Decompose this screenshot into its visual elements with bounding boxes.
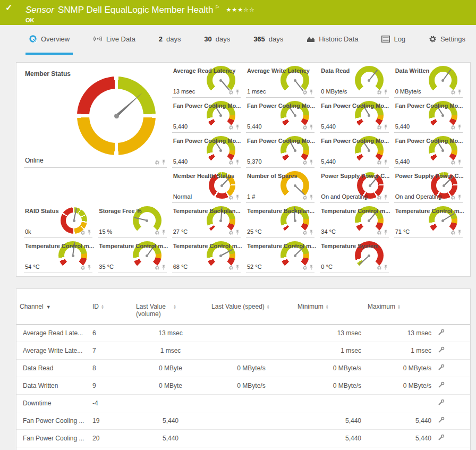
gauge-settings-icon[interactable] [302,90,308,95]
sort-icon[interactable]: ▲▼ [397,304,401,310]
gauge-pin-icon[interactable] [87,265,91,270]
gauge-pin-icon[interactable] [235,124,240,130]
gauge-pin-icon[interactable] [309,159,313,165]
tab-log[interactable]: Log [378,25,409,55]
gauge-settings-icon[interactable] [377,230,382,235]
sort-icon[interactable]: ▲▼ [267,304,270,310]
gauge-settings-icon[interactable] [377,265,382,270]
tab-2-days[interactable]: 2days [156,25,184,55]
gauge-settings-icon[interactable] [80,265,86,270]
gauge-settings-icon[interactable] [228,90,234,95]
gauge-settings-icon[interactable] [155,265,160,270]
gauge-settings-icon[interactable] [228,195,234,200]
gauge-cell-temperature-backplane-1[interactable]: Temperature Backplan...27 °C [172,203,241,238]
gauge-cell-temperature-backplane-2[interactable]: Temperature Backplan...25 °C [246,203,314,238]
gauge-settings-icon[interactable] [450,90,456,95]
gauge-pin-icon[interactable] [457,124,462,130]
gauge-cell-data-written[interactable]: Data Written0 MByte/s [394,63,463,98]
gauge-cell-power-supply-1[interactable]: Power Supply Power C...On and Operating [320,168,388,203]
gauge-cell-average-write-latency[interactable]: Average Write Latency1 msec [246,63,314,98]
gauge-pin-icon[interactable] [235,265,240,270]
gauge-cell-temperature-control-34[interactable]: Temperature Control m...34 °C [320,203,388,238]
gauge-cell-number-of-spares[interactable]: Number of Spares1 # [246,168,314,203]
gauge-settings-icon[interactable] [302,230,308,235]
gauge-settings-icon[interactable] [377,125,382,130]
priority-stars[interactable]: ★★★☆☆ [226,6,254,13]
gauge-settings-icon[interactable] [80,230,86,235]
gauge-pin-icon[interactable] [384,265,388,270]
gauge-pin-icon[interactable] [235,194,240,200]
sort-icon[interactable]: ▲▼ [326,304,329,310]
gauge-settings-icon[interactable] [228,160,234,165]
gauge-cell-temperature-control-68[interactable]: Temperature Control m...68 °C [172,238,241,273]
gauge-pin-icon[interactable] [309,230,313,235]
gauge-pin-icon[interactable] [457,159,462,165]
gauge-cell-temperature-control-35[interactable]: Temperature Control m...35 °C [98,238,166,273]
column-header-id[interactable]: ID▲▼ [89,301,133,325]
gauge-settings-icon[interactable] [450,125,456,130]
gauge-pin-icon[interactable] [384,194,388,200]
gauge-pin-icon[interactable] [309,194,313,200]
tab-settings[interactable]: Settings [426,25,469,55]
edit-channel-icon[interactable] [438,417,445,423]
gauge-cell-power-supply-2[interactable]: Power Supply Power C...On and Operating [394,168,463,203]
gauge-pin-icon[interactable] [457,89,462,95]
gauge-pin-icon[interactable] [162,265,166,270]
tab-live-data[interactable]: Live Data [90,25,139,55]
gauge-pin-icon[interactable] [457,194,462,200]
gauge-pin-icon[interactable] [235,230,240,235]
edit-channel-icon[interactable] [438,346,445,353]
gauge-settings-icon[interactable] [228,230,234,235]
tab-30-days[interactable]: 30days [201,25,233,55]
gauge-cell-fan-23[interactable]: Fan Power Cooling Mo...5,440 [172,133,241,168]
gauge-settings-icon[interactable] [450,160,456,165]
gauge-settings-icon[interactable] [155,230,160,235]
tab-overview[interactable]: Overview [26,25,73,55]
sort-desc-icon[interactable]: ▼ [46,304,51,310]
column-header-minimum[interactable]: Minimum▲▼ [294,301,364,325]
edit-channel-icon[interactable] [438,381,445,388]
edit-channel-icon[interactable] [438,364,445,371]
gauge-settings-icon[interactable] [377,160,382,165]
gauge-settings-icon[interactable] [228,125,234,130]
gauge-cell-member-status[interactable]: Member StatusOnline [24,63,167,168]
gauge-settings-icon[interactable] [450,195,456,200]
gauge-pin-icon[interactable] [384,124,388,130]
column-header-maximum[interactable]: Maximum▲▼ [364,301,435,325]
edit-channel-icon[interactable] [438,434,445,441]
edit-channel-icon[interactable] [438,399,445,406]
gauge-cell-temperature-system[interactable]: Temperature System0 °C [320,238,388,273]
sort-icon[interactable]: ▲▼ [173,304,176,310]
gauge-cell-temperature-control-54[interactable]: Temperature Control m...54 °C [24,238,92,273]
gauge-cell-fan-22[interactable]: Fan Power Cooling Mo...5,440 [394,98,463,133]
gauge-settings-icon[interactable] [302,195,308,200]
gauge-settings-icon[interactable] [450,230,456,235]
gauge-cell-fan-24[interactable]: Fan Power Cooling Mo...5,370 [246,133,314,168]
gauge-settings-icon[interactable] [377,195,382,200]
gauge-pin-icon[interactable] [457,230,462,235]
flag-icon[interactable]: ⚐ [215,4,219,10]
gauge-settings-icon[interactable] [302,265,308,270]
gauge-pin-icon[interactable] [235,159,240,165]
gauge-pin-icon[interactable] [384,230,388,235]
gauge-pin-icon[interactable] [162,159,166,165]
gauge-cell-fan-19[interactable]: Fan Power Cooling Mo...5,440 [172,98,241,133]
gauge-cell-raid-status[interactable]: RAID Status0k [24,203,92,238]
gauge-settings-icon[interactable] [377,90,382,95]
gauge-settings-icon[interactable] [155,160,160,165]
gauge-cell-temperature-control-52[interactable]: Temperature Control m...52 °C [246,238,314,273]
column-header-last-value-speed-[interactable]: Last Value (speed)▲▼ [208,301,294,325]
gauge-settings-icon[interactable] [302,160,308,165]
gauge-pin-icon[interactable] [384,159,388,165]
gauge-cell-data-read[interactable]: Data Read0 MByte/s [320,63,388,98]
gauge-pin-icon[interactable] [309,124,313,130]
gauge-cell-fan-25[interactable]: Fan Power Cooling Mo...5,440 [320,133,388,168]
gauge-cell-average-read-latency[interactable]: Average Read Latency13 msec [172,63,241,98]
sort-icon[interactable]: ▲▼ [101,304,104,310]
gauge-pin-icon[interactable] [235,89,240,95]
gauge-cell-temperature-control-71[interactable]: Temperature Control m...71 °C [394,203,463,238]
gauge-cell-fan-26[interactable]: Fan Power Cooling Mo...5,440 [394,133,463,168]
gauge-pin-icon[interactable] [87,230,91,235]
gauge-pin-icon[interactable] [162,230,166,235]
tab-historic-data[interactable]: Historic Data [303,25,361,55]
